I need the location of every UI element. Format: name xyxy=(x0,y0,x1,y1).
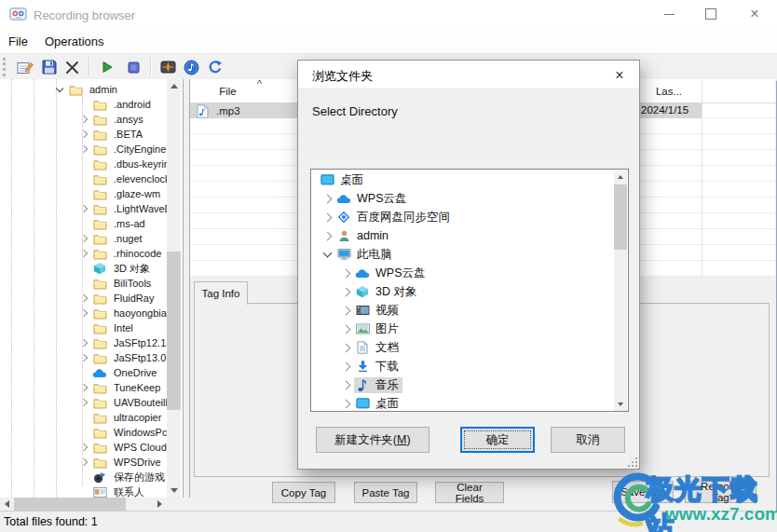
dialog-tree-item-admin[interactable]: admin xyxy=(311,226,614,245)
dialog-tree-item-下载[interactable]: 下载 xyxy=(311,357,614,375)
toolbar-grip[interactable] xyxy=(3,58,8,76)
chevron-right-icon[interactable] xyxy=(80,399,88,406)
remove-tag-button[interactable]: Remove Tag xyxy=(685,481,757,503)
close-button[interactable]: × xyxy=(739,0,770,28)
tree-item-3D-对象[interactable]: 3D 对象 xyxy=(0,261,166,276)
tree-item-JaSFtp13.07[interactable]: JaSFtp13.07 xyxy=(0,350,166,365)
chevron-right-icon[interactable] xyxy=(80,235,88,242)
tree-item-.android[interactable]: .android xyxy=(0,97,166,112)
ok-button[interactable]: 确定 xyxy=(460,427,535,453)
tree-item-联系人[interactable]: 联系人 xyxy=(0,484,166,498)
chevron-right-icon[interactable] xyxy=(342,343,351,352)
chevron-down-icon[interactable] xyxy=(323,249,333,258)
cancel-button[interactable]: 取消 xyxy=(551,427,625,453)
tree-item-OneDrive[interactable]: OneDrive xyxy=(0,365,166,380)
scroll-right-arrow[interactable] xyxy=(153,498,166,511)
scroll-down-arrow[interactable] xyxy=(167,484,181,498)
dialog-tree-item-WPS云盘[interactable]: WPS云盘 xyxy=(311,264,614,282)
chevron-right-icon[interactable] xyxy=(80,458,88,466)
tree-item-admin[interactable]: admin xyxy=(0,82,166,97)
tree-item-.ms-ad[interactable]: .ms-ad xyxy=(0,216,166,231)
chevron-right-icon[interactable] xyxy=(80,205,88,212)
chevron-down-icon[interactable] xyxy=(56,84,63,91)
chevron-right-icon[interactable] xyxy=(342,287,351,296)
scrollbar-thumb[interactable] xyxy=(614,184,627,250)
dialog-tree-item-百度网盘同步空间[interactable]: 百度网盘同步空间 xyxy=(311,208,614,226)
dialog-tree-item-桌面[interactable]: 桌面 xyxy=(311,171,614,189)
chevron-right-icon[interactable] xyxy=(80,130,88,138)
chevron-right-icon[interactable] xyxy=(323,194,333,203)
tree-item-.dbus-keyrin[interactable]: .dbus-keyrin xyxy=(0,157,166,171)
tree-item-UAVBouteille[interactable]: UAVBouteille xyxy=(0,395,166,410)
scroll-up-arrow[interactable] xyxy=(167,79,181,93)
minimize-button[interactable] xyxy=(653,0,685,28)
tree-item-JaSFtp12.13[interactable]: JaSFtp12.13 xyxy=(0,335,166,350)
edit-tag-icon[interactable] xyxy=(14,57,37,77)
chevron-right-icon[interactable] xyxy=(80,443,88,451)
chevron-right-icon[interactable] xyxy=(323,212,333,222)
chevron-right-icon[interactable] xyxy=(80,145,88,153)
tree-item-.BETA[interactable]: .BETA xyxy=(0,127,166,142)
chevron-right-icon[interactable] xyxy=(342,324,351,334)
chevron-right-icon[interactable] xyxy=(342,380,351,389)
save-icon[interactable] xyxy=(37,57,61,77)
new-folder-button[interactable]: 新建文件夹(M) xyxy=(316,427,429,453)
menu-file[interactable]: File xyxy=(0,30,36,53)
tree-item-haoyongbian[interactable]: haoyongbian xyxy=(0,306,166,321)
tree-item-Intel[interactable]: Intel xyxy=(0,321,166,335)
chevron-right-icon[interactable] xyxy=(342,268,351,278)
delete-icon[interactable] xyxy=(61,57,84,77)
chevron-right-icon[interactable] xyxy=(80,339,88,347)
audio-convert-icon[interactable] xyxy=(157,57,180,77)
dialog-tree-scrollbar[interactable] xyxy=(614,171,627,411)
tree-item-.ansys[interactable]: .ansys xyxy=(0,112,166,127)
clear-fields-button[interactable]: Clear Fields xyxy=(435,482,504,503)
dialog-tree-item-桌面[interactable]: 桌面 xyxy=(311,394,614,412)
chevron-right-icon[interactable] xyxy=(323,231,333,240)
tree-item-.CityEngine[interactable]: .CityEngine xyxy=(0,142,166,157)
tree-item-.rhinocode[interactable]: .rhinocode xyxy=(0,246,166,261)
tree-item-FluidRay[interactable]: FluidRay xyxy=(0,291,166,306)
tree-item-ultracopier[interactable]: ultracopier xyxy=(0,410,166,425)
tree-item-.elevenclock[interactable]: .elevenclock xyxy=(0,171,166,186)
tree-item-WPSDrive[interactable]: WPSDrive xyxy=(0,455,166,470)
tree-item-WindowsPcM[interactable]: WindowsPcM xyxy=(0,425,166,440)
chevron-right-icon[interactable] xyxy=(80,116,88,123)
dialog-tree-item-WPS云盘[interactable]: WPS云盘 xyxy=(311,189,614,208)
chevron-right-icon[interactable] xyxy=(342,361,351,371)
file-row-mp3[interactable]: .mp3 xyxy=(194,103,240,118)
tree-item-.nuget[interactable]: .nuget xyxy=(0,231,166,246)
tree-item-.glaze-wm[interactable]: .glaze-wm xyxy=(0,186,166,201)
chevron-right-icon[interactable] xyxy=(342,399,351,408)
chevron-right-icon[interactable] xyxy=(80,384,88,391)
play-icon[interactable] xyxy=(95,57,118,77)
tree-item-BiliTools[interactable]: BiliTools xyxy=(0,276,166,291)
chevron-right-icon[interactable] xyxy=(80,250,88,257)
paste-tag-button[interactable]: Paste Tag xyxy=(354,482,417,503)
scroll-down-arrow[interactable] xyxy=(614,398,627,411)
tree-item-WPS-Cloud-F[interactable]: WPS Cloud F xyxy=(0,440,166,455)
panel-splitter[interactable] xyxy=(183,79,190,498)
dialog-tree-item-3D-对象[interactable]: 3D 对象 xyxy=(311,282,614,301)
chevron-right-icon[interactable] xyxy=(80,294,88,302)
chevron-right-icon[interactable] xyxy=(342,306,351,315)
scrollbar-thumb[interactable] xyxy=(14,498,126,511)
dialog-close-icon[interactable]: × xyxy=(609,65,630,86)
tree-horizontal-scrollbar[interactable] xyxy=(0,498,166,511)
maximize-button[interactable] xyxy=(695,0,727,28)
music-player-icon[interactable] xyxy=(180,57,203,77)
stop-icon[interactable] xyxy=(122,57,145,77)
dialog-tree-item-图片[interactable]: 图片 xyxy=(311,320,614,338)
column-header-file[interactable]: File xyxy=(190,86,266,97)
chevron-right-icon[interactable] xyxy=(80,309,88,317)
dialog-tree-item-文档[interactable]: 文档 xyxy=(311,338,614,357)
tree-item-保存的游戏[interactable]: 保存的游戏 xyxy=(0,470,166,484)
menu-operations[interactable]: Operations xyxy=(36,30,113,53)
tree-item-TuneKeep[interactable]: TuneKeep xyxy=(0,380,166,395)
dialog-tree-item-视频[interactable]: 视频 xyxy=(311,301,614,320)
refresh-icon[interactable] xyxy=(203,57,226,77)
tree-item-.LightWaveD[interactable]: .LightWaveD xyxy=(0,201,166,216)
copy-tag-button[interactable]: Copy Tag xyxy=(272,482,335,503)
scroll-left-arrow[interactable] xyxy=(0,498,13,511)
tab-tag-info[interactable]: Tag Info xyxy=(194,281,248,305)
